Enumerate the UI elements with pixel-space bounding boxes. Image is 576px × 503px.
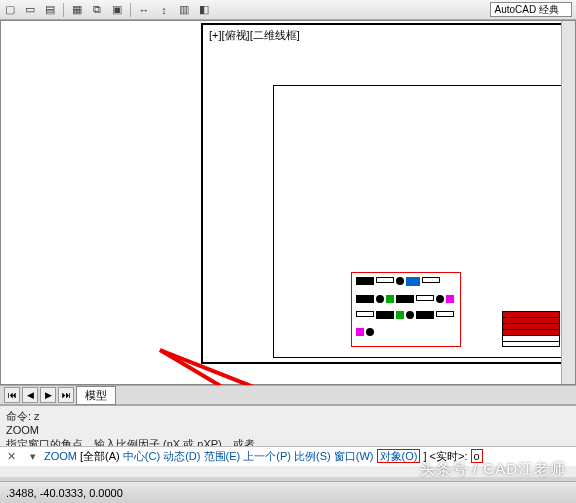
model-tab[interactable]: 模型 [76, 386, 116, 405]
cmd-line: ZOOM [6, 423, 570, 437]
drawing-inner-frame [273, 85, 567, 358]
tab-last-button[interactable]: ⏭ [58, 387, 74, 403]
tab-prev-button[interactable]: ◀ [22, 387, 38, 403]
tb-icon-paste[interactable]: ▣ [110, 3, 124, 17]
tb-icon-misc2[interactable]: ◧ [197, 3, 211, 17]
drawing-frame: [+][俯视][二维线框] [201, 23, 573, 364]
status-bar: .3488, -40.0333, 0.0000 [0, 481, 576, 503]
status-coordinates: .3488, -40.0333, 0.0000 [6, 487, 123, 499]
title-block [502, 311, 560, 347]
tab-first-button[interactable]: ⏮ [4, 387, 20, 403]
close-icon[interactable]: ✕ [3, 449, 19, 465]
tb-icon-dim[interactable]: ↔ [137, 3, 151, 17]
tab-next-button[interactable]: ▶ [40, 387, 56, 403]
viewport-label: [+][俯视][二维线框] [209, 28, 300, 43]
scrollbar-vertical[interactable] [561, 21, 575, 384]
drawing-canvas[interactable]: [+][俯视][二维线框] [0, 20, 576, 385]
watermark: 头条号 / CAD江老师 [420, 460, 566, 479]
tb-icon-new[interactable]: ▢ [3, 3, 17, 17]
layout-tabbar: ⏮ ◀ ▶ ⏭ 模型 [0, 385, 576, 405]
cmd-line: 命令: z [6, 409, 570, 423]
tb-icon-layer[interactable]: ▦ [70, 3, 84, 17]
tb-icon-open[interactable]: ▭ [23, 3, 37, 17]
cmd-chevron-icon[interactable]: ▾ [25, 449, 41, 465]
legend-box [351, 272, 461, 347]
tb-icon-dim2[interactable]: ↕ [157, 3, 171, 17]
tb-icon-save[interactable]: ▤ [43, 3, 57, 17]
command-history: 命令: z ZOOM 指定窗口的角点，输入比例因子 (nX 或 nXP)，或者 [0, 406, 576, 446]
tb-icon-copy[interactable]: ⧉ [90, 3, 104, 17]
workspace-selector[interactable]: AutoCAD 经典 [490, 2, 572, 17]
command-prompt: ZOOM [全部(A) 中心(C) 动态(D) 范围(E) 上一个(P) 比例(… [44, 449, 483, 464]
top-toolbar: ▢ ▭ ▤ ▦ ⧉ ▣ ↔ ↕ ▥ ◧ AutoCAD 经典 [0, 0, 576, 20]
toolbar-separator [63, 3, 64, 17]
tb-icon-misc[interactable]: ▥ [177, 3, 191, 17]
toolbar-separator [130, 3, 131, 17]
